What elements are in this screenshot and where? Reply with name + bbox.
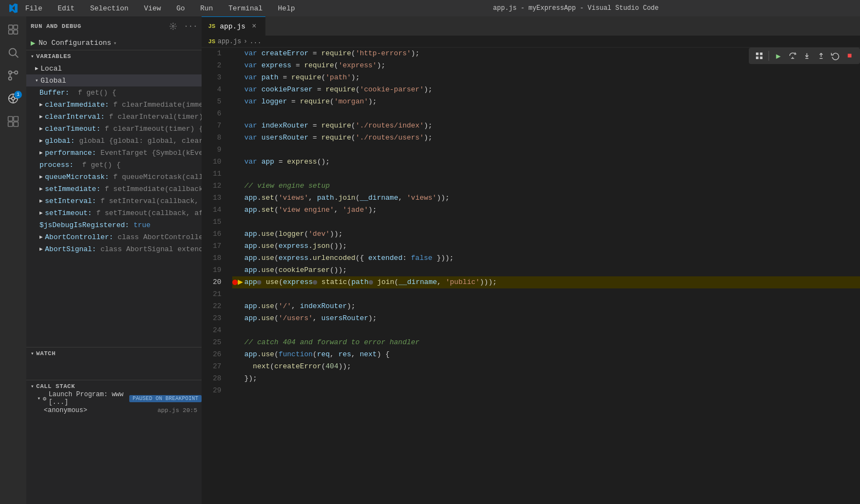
code-text-2: var express = require('express'); [244, 60, 386, 72]
svg-rect-21 [14, 122, 18, 126]
step-out-debug-btn[interactable] [815, 50, 827, 62]
callstack-section: ▾ CALL STACK ▾ ⚙ Launch Program: www [..… [26, 380, 202, 416]
code-line-23[interactable]: app.use('/users', usersRouter); [232, 312, 860, 325]
var-abortController[interactable]: ▶ AbortController: class AbortController… [26, 231, 202, 243]
code-line-5[interactable]: var logger = require('morgan'); [232, 96, 860, 108]
code-line-25[interactable]: // catch 404 and forward to error handle… [232, 337, 860, 349]
run-button[interactable]: ▶ [31, 38, 35, 48]
code-line-10[interactable]: var app = express(); [232, 156, 860, 168]
global-tree-item[interactable]: ▾ Global [26, 74, 202, 86]
var-queueMicrotask[interactable]: ▶ queueMicrotask: f queueMicrotask(callb… [26, 171, 202, 183]
var-process[interactable]: process: f get() { [26, 159, 202, 171]
menu-selection[interactable]: Selection [87, 3, 131, 14]
continue-debug-btn[interactable]: ▶ [772, 50, 784, 62]
svg-rect-26 [760, 56, 762, 59]
layout-debug-btn[interactable] [753, 50, 765, 62]
code-line-19[interactable]: app.use(cookieParser()); [232, 264, 860, 276]
breadcrumb-path[interactable]: ... [250, 38, 262, 45]
variables-section-header[interactable]: ▾ VARIABLES [26, 50, 202, 62]
code-line-9[interactable] [232, 144, 860, 156]
code-text-8: var usersRouter = require('./routes/user… [244, 132, 432, 144]
svg-line-5 [15, 55, 18, 57]
code-line-12[interactable]: // view engine setup [232, 180, 860, 192]
menu-file[interactable]: File [22, 3, 45, 14]
breadcrumb-filename[interactable]: app.js [217, 38, 241, 45]
code-line-8[interactable]: var usersRouter = require('./routes/user… [232, 132, 860, 144]
watch-chevron-icon: ▾ [31, 350, 34, 357]
callstack-launch-item[interactable]: ▾ ⚙ Launch Program: www [...] PAUSED ON … [26, 392, 202, 404]
code-line-6[interactable] [232, 108, 860, 120]
code-line-15[interactable] [232, 216, 860, 228]
code-text-7: var indexRouter = require('./routes/inde… [244, 120, 432, 132]
code-line-11[interactable] [232, 168, 860, 180]
code-line-13[interactable]: app.set('views', path.join(__dirname, 'v… [232, 192, 860, 204]
js-file-icon: JS [208, 23, 215, 30]
menu-run[interactable]: Run [197, 3, 216, 14]
restart-debug-btn[interactable] [829, 50, 841, 62]
code-line-4[interactable]: var cookieParser = require('cookie-parse… [232, 84, 860, 96]
code-line-7[interactable]: var indexRouter = require('./routes/inde… [232, 120, 860, 132]
code-line-22[interactable]: app.use('/', indexRouter); [232, 300, 860, 312]
code-line-21[interactable] [232, 288, 860, 300]
local-tree-item[interactable]: ▶ Local [26, 62, 202, 74]
configure-debug-icon[interactable] [167, 20, 180, 33]
svg-point-22 [172, 25, 174, 27]
code-line-18[interactable]: app.use(express.urlencoded({ extended: f… [232, 252, 860, 264]
tab-close-icon[interactable]: × [250, 22, 259, 31]
svg-rect-23 [756, 53, 759, 55]
menu-help[interactable]: Help [274, 3, 298, 14]
code-line-17[interactable]: app.use(express.json()); [232, 240, 860, 252]
current-line-arrow-icon: ▶ [238, 276, 243, 288]
code-text-14: app.set('view engine', 'jade'); [244, 204, 377, 216]
var-setImmediate[interactable]: ▶ setImmediate: f setImmediate(callback,… [26, 183, 202, 195]
svg-rect-1 [14, 25, 18, 29]
code-text-1: var createError = require('http-errors')… [244, 48, 420, 60]
code-line-24[interactable] [232, 325, 860, 337]
code-line-28[interactable]: }); [232, 373, 860, 385]
code-text-28: }); [244, 373, 257, 385]
stop-debug-btn[interactable]: ■ [844, 50, 856, 62]
code-content[interactable]: var createError = require('http-errors')… [228, 48, 860, 504]
code-editor: ▶ [202, 48, 860, 504]
clearimmediate-chevron-icon: ▶ [39, 101, 43, 108]
menu-view[interactable]: View [141, 3, 164, 14]
var-clearTimeout[interactable]: ▶ clearTimeout: f clearTimeout(timer) { [26, 123, 202, 135]
menu-edit[interactable]: Edit [54, 3, 78, 14]
code-line-29[interactable] [232, 385, 860, 397]
explorer-activity-icon[interactable] [2, 19, 24, 40]
watch-section-header[interactable]: ▾ WATCH [26, 347, 202, 360]
code-line-3[interactable]: var path = require('path'); [232, 72, 860, 84]
search-activity-icon[interactable] [2, 42, 24, 63]
scm-activity-icon[interactable] [2, 65, 24, 86]
menu-terminal[interactable]: Terminal [225, 3, 266, 14]
debug-activity-icon[interactable]: 1 [2, 88, 24, 109]
code-line-16[interactable]: app.use(logger('dev')); [232, 228, 860, 240]
breakpoint-area-20: ▶ [232, 276, 244, 288]
var-setTimeout[interactable]: ▶ setTimeout: f setTimeout(callback, aft… [26, 207, 202, 219]
step-into-debug-btn[interactable] [801, 50, 813, 62]
code-text-17: app.use(express.json()); [244, 240, 347, 252]
code-text-23: app.use('/users', usersRouter); [244, 312, 377, 325]
more-debug-options-icon[interactable]: ··· [184, 20, 197, 33]
callstack-anonymous-item[interactable]: <anonymous> app.js 20:5 [26, 404, 202, 416]
code-line-26[interactable]: app.use(function(req, res, next) { [232, 349, 860, 361]
var-jsDebugRegistered[interactable]: $jsDebugIsRegistered: true [26, 219, 202, 231]
menu-go[interactable]: Go [173, 3, 188, 14]
var-buffer[interactable]: Buffer: f get() { [26, 86, 202, 99]
var-clearImmediate[interactable]: ▶ clearImmediate: f clearImmediate(immed… [26, 99, 202, 111]
watch-section: ▾ WATCH [26, 347, 202, 380]
code-line-20[interactable]: ▶app use(express static(path join(__dirn… [232, 276, 860, 288]
variables-section-label: VARIABLES [36, 53, 71, 60]
code-line-27[interactable]: next(createError(404)); [232, 361, 860, 373]
var-performance[interactable]: ▶ performance: EventTarget {Symbol(kEven… [26, 147, 202, 159]
tab-appjs[interactable]: JS app.js × [202, 16, 266, 36]
extensions-activity-icon[interactable] [2, 111, 24, 132]
var-setInterval[interactable]: ▶ setInterval: f setInterval(callback, r… [26, 195, 202, 207]
var-abortSignal[interactable]: ▶ AbortSignal: class AbortSignal extends… [26, 243, 202, 255]
code-text-19: app.use(cookieParser()); [244, 264, 347, 276]
step-over-debug-btn[interactable] [787, 50, 799, 62]
code-line-14[interactable]: app.set('view engine', 'jade'); [232, 204, 860, 216]
config-dropdown[interactable]: No Configurations ▾ [38, 39, 117, 47]
var-clearInterval[interactable]: ▶ clearInterval: f clearInterval(timer) … [26, 111, 202, 123]
var-global[interactable]: ▶ global: global {global: global, clearI… [26, 135, 202, 147]
